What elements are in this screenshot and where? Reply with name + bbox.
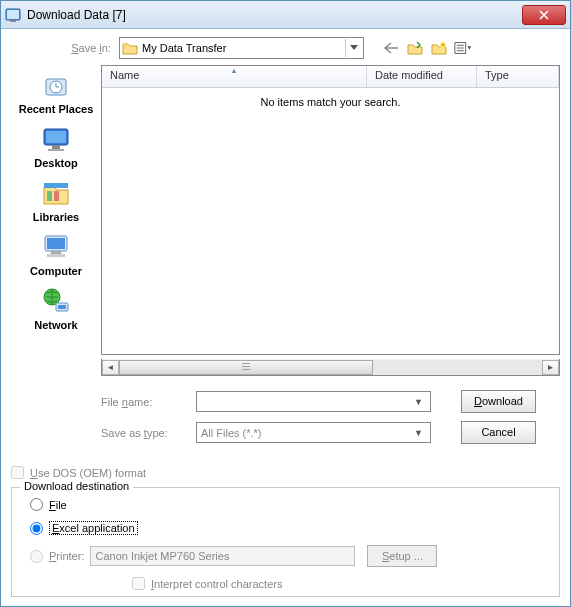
back-icon[interactable] xyxy=(382,39,400,57)
file-name-input[interactable]: ▼ xyxy=(196,391,431,412)
use-dos-checkbox xyxy=(11,466,24,479)
svg-rect-17 xyxy=(47,254,65,257)
dest-file-radio[interactable] xyxy=(30,498,43,511)
close-button[interactable] xyxy=(522,5,566,25)
save-in-value: My Data Transfer xyxy=(142,42,345,54)
svg-rect-10 xyxy=(48,149,64,151)
app-icon xyxy=(5,7,21,23)
place-desktop[interactable]: Desktop xyxy=(16,123,96,169)
place-recent[interactable]: Recent Places xyxy=(16,69,96,115)
svg-rect-13 xyxy=(54,191,59,201)
dest-file-label: File xyxy=(49,499,67,511)
desktop-icon xyxy=(40,123,72,155)
column-date-modified[interactable]: Date modified xyxy=(367,66,477,87)
scroll-thumb[interactable] xyxy=(119,360,373,375)
view-menu-icon[interactable] xyxy=(454,39,472,57)
scroll-left-arrow[interactable]: ◄ xyxy=(102,360,119,375)
interpret-chars-label: Interpret control characters xyxy=(151,578,282,590)
window-title: Download Data [7] xyxy=(27,8,522,22)
svg-rect-12 xyxy=(47,191,52,201)
download-button[interactable]: Download xyxy=(461,390,536,413)
svg-rect-1 xyxy=(7,10,19,19)
dest-excel-radio[interactable] xyxy=(30,522,43,535)
dest-file-row[interactable]: File xyxy=(22,498,549,511)
svg-rect-9 xyxy=(52,145,60,149)
printer-name-input xyxy=(90,546,355,566)
cancel-button[interactable]: Cancel xyxy=(461,421,536,444)
column-name[interactable]: Name ▲ xyxy=(102,66,367,87)
place-computer[interactable]: Computer xyxy=(16,231,96,277)
horizontal-scrollbar[interactable]: ◄ ► xyxy=(101,359,560,376)
save-as-type-label: Save as type: xyxy=(101,427,196,439)
save-in-row: Save in: My Data Transfer xyxy=(11,37,560,59)
download-destination-group: Download destination File Excel applicat… xyxy=(11,487,560,597)
svg-rect-20 xyxy=(58,305,66,309)
new-folder-icon[interactable] xyxy=(430,39,448,57)
file-form: File name: ▼ Download Save as type: All … xyxy=(11,390,560,452)
folder-toolbar xyxy=(382,39,472,57)
interpret-chars-checkbox xyxy=(132,577,145,590)
places-bar: Recent Places Desktop Libraries Computer… xyxy=(11,65,101,355)
svg-rect-16 xyxy=(51,251,61,254)
dest-excel-row[interactable]: Excel application xyxy=(22,521,549,535)
dialog-content: Save in: My Data Transfer xyxy=(1,29,570,606)
dialog-window: Download Data [7] Save in: My Data Trans… xyxy=(0,0,571,607)
save-in-label: Save in: xyxy=(56,42,111,54)
place-network[interactable]: Network xyxy=(16,285,96,331)
computer-icon xyxy=(40,231,72,263)
destination-legend: Download destination xyxy=(20,480,133,492)
dest-printer-radio xyxy=(30,550,43,563)
printer-setup-button: Setup ... xyxy=(367,545,437,567)
empty-message: No items match your search. xyxy=(102,88,559,108)
svg-rect-8 xyxy=(46,131,66,143)
dest-printer-row: Printer: Setup ... xyxy=(22,545,549,567)
svg-rect-11 xyxy=(44,183,68,188)
main-area: Recent Places Desktop Libraries Computer… xyxy=(11,65,560,355)
use-dos-label: Use DOS (OEM) format xyxy=(30,467,146,479)
network-icon xyxy=(40,285,72,317)
chevron-down-icon[interactable]: ▼ xyxy=(411,428,426,438)
scroll-right-arrow[interactable]: ► xyxy=(542,360,559,375)
sort-ascending-icon: ▲ xyxy=(231,67,238,74)
titlebar: Download Data [7] xyxy=(1,1,570,29)
interpret-chars-row: Interpret control characters xyxy=(132,577,549,590)
file-name-label: File name: xyxy=(101,396,196,408)
up-folder-icon[interactable] xyxy=(406,39,424,57)
svg-rect-2 xyxy=(10,20,16,22)
place-libraries[interactable]: Libraries xyxy=(16,177,96,223)
column-type[interactable]: Type xyxy=(477,66,559,87)
column-headers: Name ▲ Date modified Type xyxy=(102,66,559,88)
libraries-icon xyxy=(40,177,72,209)
file-list-view[interactable]: Name ▲ Date modified Type No items match… xyxy=(101,65,560,355)
recent-places-icon xyxy=(40,69,72,101)
dest-excel-label: Excel application xyxy=(49,521,138,535)
svg-rect-15 xyxy=(47,238,65,249)
combo-dropdown-arrow[interactable] xyxy=(345,39,361,57)
save-in-combo[interactable]: My Data Transfer xyxy=(119,37,364,59)
scroll-track[interactable] xyxy=(119,360,542,375)
save-as-type-combo[interactable]: All Files (*.*) ▼ xyxy=(196,422,431,443)
use-dos-checkbox-row: Use DOS (OEM) format xyxy=(11,466,560,479)
folder-icon xyxy=(122,41,138,55)
dest-printer-label: Printer: xyxy=(49,550,84,562)
chevron-down-icon[interactable]: ▼ xyxy=(411,397,426,407)
